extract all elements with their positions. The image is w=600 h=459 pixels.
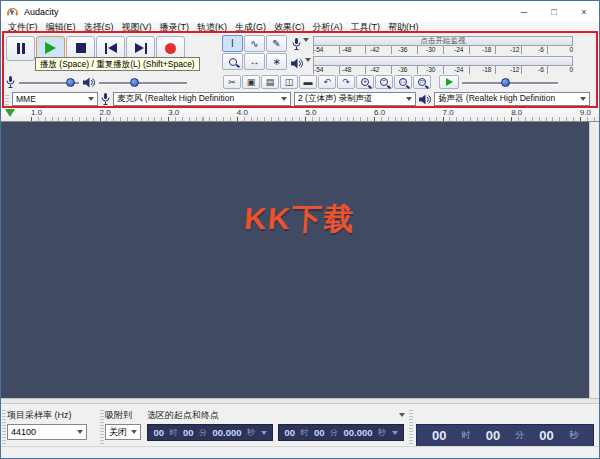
redo-button[interactable]: ↷ xyxy=(337,75,355,89)
play-speed-icon xyxy=(446,78,453,86)
zoom-tool-button[interactable] xyxy=(222,53,243,70)
recording-device-select[interactable]: 麦克风 (Realtek High Definition xyxy=(113,92,291,106)
envelope-tool-button[interactable]: ∿ xyxy=(244,35,265,52)
menu-item[interactable]: 视图(V) xyxy=(118,22,156,33)
project-rate-select[interactable]: 44100 xyxy=(7,424,87,440)
recording-channels-value: 2 (立体声) 录制声道 xyxy=(298,93,373,105)
menu-item[interactable]: 分析(A) xyxy=(309,22,347,33)
selection-range-mode-select[interactable]: 选区的起点和终点 xyxy=(147,406,405,424)
copy-button[interactable]: ▣ xyxy=(242,75,260,89)
playback-meter-scale: -54-48-42-36-30-24-18-12-60 xyxy=(313,66,573,74)
menu-item[interactable]: 帮助(H) xyxy=(384,22,423,33)
cut-button[interactable]: ✂ xyxy=(223,75,241,89)
recording-device-icon xyxy=(101,93,110,106)
snap-to-select[interactable]: 关闭 xyxy=(105,424,141,440)
playback-meter-bar[interactable] xyxy=(313,56,573,66)
play-at-speed-button[interactable] xyxy=(439,75,459,89)
silence-audio-button[interactable]: ▬ xyxy=(299,75,317,89)
audio-host-select[interactable]: MME xyxy=(12,92,98,106)
playback-device-select[interactable]: 扬声器 (Realtek High Definition xyxy=(434,92,590,106)
multi-tool-button[interactable]: ∗ xyxy=(266,53,287,70)
snap-to-value: 关闭 xyxy=(109,426,127,439)
track-area[interactable]: KK下载 xyxy=(1,122,599,398)
timeline-ruler[interactable]: 1.02.03.04.05.06.07.08.09.0 xyxy=(1,107,599,122)
selection-end-field[interactable]: 00时 00分 00.000秒 xyxy=(278,424,404,441)
toolbar-grip[interactable] xyxy=(5,93,9,105)
kk-download-watermark: KK下载 xyxy=(243,199,357,240)
recording-meter[interactable]: 点击开始监视 -54-48-42-36-30-24-18-12-60 xyxy=(313,36,573,54)
paste-button[interactable]: ▤ xyxy=(261,75,279,89)
selection-range-label: 选区的起点和终点 xyxy=(147,406,219,424)
slider-thumb[interactable] xyxy=(66,78,75,87)
menu-item[interactable]: 选择(S) xyxy=(80,22,118,33)
minimize-button[interactable]: ─ xyxy=(509,1,539,22)
menu-item[interactable]: 文件(F) xyxy=(4,22,42,33)
magnifier-icon xyxy=(229,58,237,66)
ruler-ticks xyxy=(31,117,599,121)
zoom-out-button[interactable]: − xyxy=(375,75,393,89)
draw-tool-button[interactable]: ✎ xyxy=(266,35,287,52)
menu-item[interactable]: 播录(T) xyxy=(156,22,194,33)
tools-toolbar: I ∿ ✎ ↔ ∗ xyxy=(222,35,287,70)
trim-audio-button[interactable]: ◫ xyxy=(280,75,298,89)
pause-button[interactable] xyxy=(6,36,35,61)
menu-item[interactable]: 编辑(E) xyxy=(42,22,80,33)
menu-item[interactable]: 生成(G) xyxy=(231,22,270,33)
record-meter-options[interactable] xyxy=(292,38,309,51)
maximize-button[interactable]: □ xyxy=(539,1,569,22)
undo-button[interactable]: ↶ xyxy=(318,75,336,89)
chevron-down-icon xyxy=(131,430,137,434)
playback-meter-options[interactable] xyxy=(291,58,311,69)
play-button-tooltip: 播放 (Space) / 重复播放(L) (Shift+Space) xyxy=(35,57,200,71)
selection-tool-button[interactable]: I xyxy=(222,35,243,52)
menu-item[interactable]: 工具(T) xyxy=(347,22,385,33)
chevron-down-icon xyxy=(392,431,398,435)
play-speed-slider[interactable] xyxy=(462,76,558,89)
ruler-label: 3.0 xyxy=(168,108,237,117)
menu-item[interactable]: 轨道(K) xyxy=(193,22,231,33)
ruler-label: 2.0 xyxy=(100,108,169,117)
project-rate-label: 项目采样率 (Hz) xyxy=(7,406,99,424)
ruler-label: 9.0 xyxy=(580,108,600,117)
menu-item[interactable]: 效果(C) xyxy=(270,22,309,33)
zoom-fit-project-button[interactable]: ▭ xyxy=(413,75,431,89)
audacity-window: Audacity ─ □ × 文件(F)编辑(E)选择(S)视图(V)播录(T)… xyxy=(0,0,600,459)
zoom-in-icon: + xyxy=(361,78,369,86)
ruler-label: 7.0 xyxy=(443,108,512,117)
selection-start-field[interactable]: 00时 00分 00.000秒 xyxy=(147,424,273,441)
window-title: Audacity xyxy=(24,7,59,17)
ruler-labels: 1.02.03.04.05.06.07.08.09.0 xyxy=(31,108,599,117)
chevron-down-icon xyxy=(406,97,412,101)
toolbar-grip[interactable] xyxy=(100,410,104,444)
chevron-down-icon xyxy=(305,58,311,62)
close-button[interactable]: × xyxy=(569,1,599,22)
zoom-to-selection-button[interactable]: □ xyxy=(394,75,412,89)
chevron-down-icon xyxy=(281,97,287,101)
zoom-in-button[interactable]: + xyxy=(356,75,374,89)
mixer-toolbar xyxy=(6,75,187,90)
playback-meter[interactable]: -54-48-42-36-30-24-18-12-60 xyxy=(313,56,573,74)
chevron-down-icon xyxy=(580,97,586,101)
recording-channels-select[interactable]: 2 (立体声) 录制声道 xyxy=(294,92,416,106)
toolbar-grip[interactable] xyxy=(2,410,6,444)
speaker-icon xyxy=(291,58,303,69)
recording-meter-bar[interactable]: 点击开始监视 xyxy=(313,36,573,46)
chevron-down-icon xyxy=(261,431,267,435)
timeshift-tool-button[interactable]: ↔ xyxy=(244,53,265,70)
toolbar-grip[interactable] xyxy=(409,410,413,444)
chevron-down-icon xyxy=(303,38,309,42)
skip-start-icon xyxy=(105,43,117,54)
slider-thumb[interactable] xyxy=(130,78,139,87)
zoom-out-icon: − xyxy=(380,78,388,86)
play-at-speed-toolbar xyxy=(439,75,558,89)
title-bar: Audacity ─ □ × xyxy=(1,1,599,22)
playhead-triangle-icon[interactable] xyxy=(5,109,15,117)
mic-icon xyxy=(6,76,15,89)
playback-volume-slider[interactable] xyxy=(99,76,187,89)
vertical-scrollbar[interactable] xyxy=(589,122,599,398)
audacity-logo-icon xyxy=(6,3,19,21)
recording-volume-slider[interactable] xyxy=(19,76,79,89)
device-toolbar: MME 麦克风 (Realtek High Definition 2 (立体声)… xyxy=(1,91,599,107)
slider-thumb[interactable] xyxy=(501,78,510,87)
audio-position-display[interactable]: 00时 00分 00秒 xyxy=(416,424,594,447)
